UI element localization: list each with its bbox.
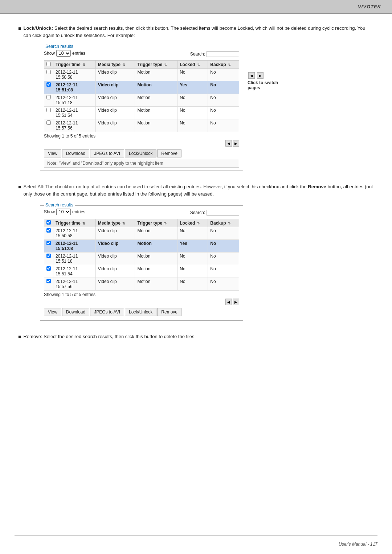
content-area: ■ Lock/Unlock: Select the desired search… [0,14,392,360]
row-check-input[interactable] [46,266,51,271]
show-search-row-1: Show 10 25 50 entries Search: [44,50,239,59]
row-backup: No [208,107,239,119]
page-background: VIVOTEK ■ Lock/Unlock: Select the desire… [0,0,392,554]
lock-unlock-button-2[interactable]: Lock/Unlock [125,308,156,316]
entries-label-1: entries [72,51,85,56]
search-input-1[interactable] [207,51,239,57]
action-buttons-2: View Download JPEGs to AVI Lock/Unlock R… [44,308,239,316]
th-locked-1[interactable]: Locked ⇅ [177,61,208,69]
prev-page-btn-1[interactable]: ◀ [225,140,232,147]
show-select-1[interactable]: 10 25 50 [56,50,71,57]
row-trigger-type: Motion [135,253,177,265]
select-all-checkbox-1[interactable] [46,62,51,66]
th-trigger-time-1[interactable]: Trigger time ⇅ [53,61,96,69]
row-media-type: Video clip [95,119,135,132]
row-trigger-type: Motion [135,119,177,132]
pagination-2: ◀ ▶ [44,299,239,305]
table-row: 2012-12-11 15:57:56 Video clip Motion No… [44,119,239,132]
search-results-box-2: Search results Show 10 25 50 entries [40,205,243,321]
row-trigger-time: 2012-12-11 15:51:54 [53,107,96,119]
row-trigger-time: 2012-12-11 15:50:58 [53,69,96,81]
remove-button-2[interactable]: Remove [157,308,181,316]
row-check-input[interactable] [46,120,51,125]
download-button-2[interactable]: Download [62,308,89,316]
row-check-input[interactable] [46,279,51,283]
search-label-2: Search: [190,210,205,215]
row-checkbox[interactable] [44,227,53,240]
row-trigger-time: 2012-12-11 15:57:56 [53,119,96,132]
row-backup: No [208,119,239,132]
row-check-input[interactable] [46,95,51,99]
row-media-type: Video clip [95,227,135,240]
view-button-1[interactable]: View [44,149,61,157]
view-button-2[interactable]: View [44,308,61,316]
row-trigger-type: Motion [135,94,177,107]
row-checkbox[interactable] [44,278,53,291]
row-trigger-time: 2012-12-11 15:51:18 [53,94,96,107]
th-trigger-type-1[interactable]: Trigger type ⇅ [135,61,177,69]
row-checkbox[interactable] [44,107,53,119]
row-check-input[interactable] [46,70,51,74]
row-trigger-time: 2012-12-11 15:57:56 [53,278,96,291]
row-check-input[interactable] [46,241,51,245]
row-backup: No [208,81,239,94]
remove-button-1[interactable]: Remove [157,149,181,157]
row-check-input[interactable] [46,228,51,233]
lock-unlock-button-1[interactable]: Lock/Unlock [125,149,156,157]
row-checkbox[interactable] [44,253,53,265]
row-locked: No [177,265,208,278]
table-row: 2012-12-11 15:50:58 Video clip Motion No… [44,69,239,81]
download-button-1[interactable]: Download [62,149,89,157]
row-check-input[interactable] [46,82,51,87]
row-check-input[interactable] [46,254,51,258]
jpegs-to-avi-button-2[interactable]: JPEGs to AVI [90,308,124,316]
next-page-btn-1[interactable]: ▶ [233,140,239,147]
row-backup: No [208,278,239,291]
note-box-1: Note: "View" and "Download" only apply t… [44,159,239,168]
th-media-type-2[interactable]: Media type ⇅ [95,219,135,227]
prev-page-btn-2[interactable]: ◀ [225,299,232,305]
search-results-box-1: Search results Show 10 25 50 entries [40,47,243,171]
callout-next-btn[interactable]: ▶ [257,72,264,79]
bullet-text-lock: ■ Lock/Unlock: Select the desired search… [18,25,374,39]
th-backup-2[interactable]: Backup ⇅ [208,219,239,227]
showing-row-1: Showing 1 to 5 of 5 entries [44,134,239,139]
side-callout: ◀ ▶ Click to switch pages [248,72,280,90]
th-media-type-1[interactable]: Media type ⇅ [95,61,135,69]
th-trigger-type-2[interactable]: Trigger type ⇅ [135,219,177,227]
next-page-btn-2[interactable]: ▶ [233,299,239,305]
bullet-text-remove: ■ Remove: Select the desired search resu… [18,333,374,341]
bullet-content-2: Select All: The checkbox on top of all e… [23,183,374,197]
row-checkbox[interactable] [44,94,53,107]
row-media-type: Video clip [95,265,135,278]
select-all-checkbox-2[interactable] [46,220,51,225]
row-media-type: Video clip [95,107,135,119]
row-locked: Yes [177,81,208,94]
th-checkbox-1 [44,61,53,69]
row-media-type: Video clip [95,81,135,94]
row-locked: Yes [177,240,208,253]
row-backup: No [208,265,239,278]
row-checkbox[interactable] [44,81,53,94]
row-check-input[interactable] [46,108,51,112]
row-backup: No [208,240,239,253]
show-select-2[interactable]: 10 25 50 [56,209,71,215]
row-checkbox[interactable] [44,240,53,253]
search-input-2[interactable] [207,210,239,216]
row-checkbox[interactable] [44,265,53,278]
row-trigger-time: 2012-12-11 15:50:58 [53,227,96,240]
bullet-icon-2: ■ [18,183,21,191]
row-locked: No [177,119,208,132]
row-checkbox[interactable] [44,119,53,132]
th-trigger-time-2[interactable]: Trigger time ⇅ [53,219,96,227]
th-checkbox-2 [44,219,53,227]
row-checkbox[interactable] [44,69,53,81]
jpegs-to-avi-button-1[interactable]: JPEGs to AVI [90,149,124,157]
footer-text: User's Manual - 117 [339,542,377,547]
row-locked: No [177,94,208,107]
show-label-1: Show [44,51,55,56]
callout-prev-btn[interactable]: ◀ [248,72,255,79]
th-locked-2[interactable]: Locked ⇅ [177,219,208,227]
show-label-2: Show [44,209,55,214]
th-backup-1[interactable]: Backup ⇅ [208,61,239,69]
